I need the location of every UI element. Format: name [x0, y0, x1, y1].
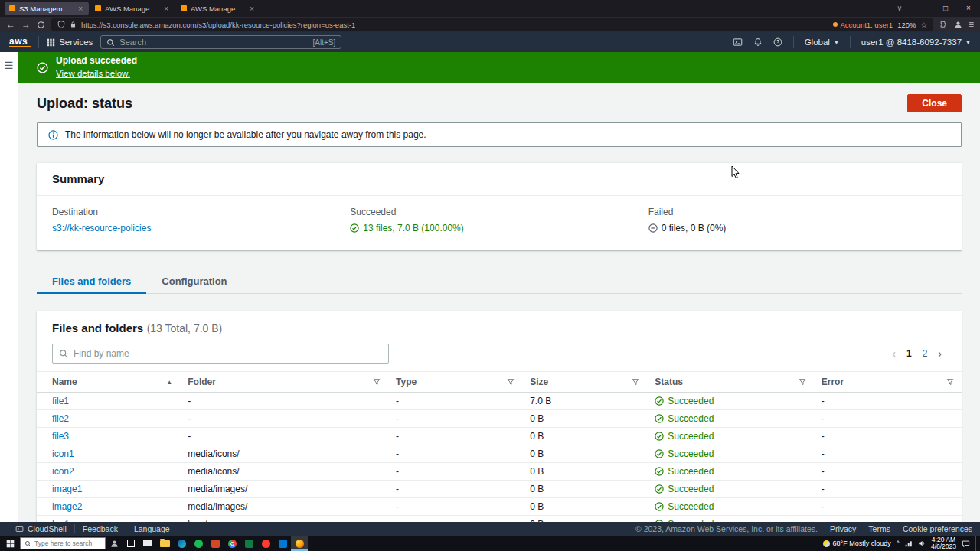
- page-1-button[interactable]: 1: [902, 347, 916, 360]
- profile-icon[interactable]: [954, 21, 962, 29]
- start-button[interactable]: [0, 536, 20, 551]
- aws-logo[interactable]: aws: [9, 37, 31, 47]
- file-name-link[interactable]: file2: [52, 413, 69, 424]
- page-2-button[interactable]: 2: [918, 347, 933, 360]
- volume-icon[interactable]: [918, 540, 926, 547]
- column-header-type[interactable]: Type: [388, 372, 522, 393]
- green-app-icon[interactable]: [190, 536, 207, 551]
- tray-expand-icon[interactable]: ^: [897, 540, 900, 547]
- table-row[interactable]: icon1 media/icons/ - 0 B Succeeded -: [37, 445, 962, 463]
- firefox-browser-icon-active[interactable]: [291, 536, 308, 551]
- file-name-link[interactable]: image1: [52, 484, 82, 494]
- table-row[interactable]: log1 logs/ - 0 B Succeeded -: [37, 516, 962, 523]
- side-nav-toggle-icon[interactable]: ☰: [5, 60, 14, 71]
- size-cell: 0 B: [522, 410, 647, 428]
- find-by-name-search[interactable]: [52, 344, 389, 364]
- column-header-size[interactable]: Size: [522, 372, 647, 393]
- privacy-link[interactable]: Privacy: [830, 524, 856, 533]
- powerpoint-app-icon[interactable]: [207, 536, 224, 551]
- cloudshell-icon[interactable]: [733, 37, 743, 47]
- tab-configuration[interactable]: Configuration: [146, 270, 242, 294]
- taskbar-search-input[interactable]: [34, 540, 101, 547]
- edge-browser-icon[interactable]: [173, 536, 190, 551]
- browser-tab-aws-2[interactable]: AWS Management Console ×: [176, 2, 260, 15]
- zoom-level-badge[interactable]: 120%: [897, 21, 916, 29]
- bookmark-star-icon[interactable]: ☆: [920, 21, 927, 29]
- cloudshell-footer-button[interactable]: CloudShell: [8, 524, 75, 533]
- region-selector[interactable]: Global ▼: [805, 37, 839, 47]
- lock-icon[interactable]: [70, 21, 77, 28]
- file-name-link[interactable]: icon2: [52, 466, 74, 477]
- list-tabs-icon[interactable]: ∨: [888, 0, 911, 17]
- find-by-name-input[interactable]: [74, 348, 382, 359]
- file-explorer-icon[interactable]: [156, 536, 173, 551]
- language-button[interactable]: Language: [126, 524, 178, 533]
- file-name-link[interactable]: file1: [52, 396, 69, 406]
- terms-link[interactable]: Terms: [868, 524, 890, 533]
- shield-icon[interactable]: [57, 21, 65, 28]
- cookie-preferences-link[interactable]: Cookie preferences: [903, 524, 972, 533]
- close-button[interactable]: Close: [907, 94, 962, 112]
- action-center-icon[interactable]: [962, 540, 970, 548]
- file-name-link[interactable]: icon1: [52, 448, 74, 459]
- previous-page-icon[interactable]: ‹: [887, 347, 900, 360]
- column-header-name[interactable]: Name▲: [37, 372, 180, 393]
- mail-app-icon[interactable]: [139, 536, 156, 551]
- table-row[interactable]: image2 media/images/ - 0 B Succeeded -: [37, 498, 962, 516]
- account-menu[interactable]: user1 @ 8418-6092-7337 ▼: [861, 37, 971, 47]
- table-row[interactable]: image1 media/images/ - 0 B Succeeded -: [37, 481, 962, 498]
- tab-close-icon[interactable]: ×: [248, 5, 256, 13]
- feedback-button[interactable]: Feedback: [75, 524, 126, 533]
- table-row[interactable]: file1 - - 7.0 B Succeeded -: [37, 393, 962, 410]
- filter-icon[interactable]: [507, 378, 514, 386]
- refresh-icon[interactable]: [37, 21, 45, 29]
- filter-icon[interactable]: [946, 378, 954, 386]
- filter-icon[interactable]: [373, 378, 381, 386]
- column-header-folder[interactable]: Folder: [180, 372, 388, 393]
- cortana-icon[interactable]: [106, 536, 122, 551]
- sort-ascending-icon[interactable]: ▲: [166, 379, 172, 386]
- extensions-icon[interactable]: [939, 21, 948, 29]
- tab-close-icon[interactable]: ×: [77, 5, 84, 13]
- files-panel-title: Files and folders: [52, 321, 143, 334]
- tab-files-and-folders[interactable]: Files and folders: [37, 270, 146, 294]
- file-name-link[interactable]: image2: [52, 501, 82, 512]
- console-search-input[interactable]: [119, 37, 308, 47]
- window-maximize-button[interactable]: □: [934, 0, 957, 17]
- column-header-status[interactable]: Status: [647, 372, 813, 393]
- filter-icon[interactable]: [632, 378, 639, 386]
- browser-menu-icon[interactable]: ≡: [969, 20, 974, 29]
- forward-icon[interactable]: →: [21, 20, 31, 29]
- table-row[interactable]: icon2 media/icons/ - 0 B Succeeded -: [37, 463, 962, 481]
- show-desktop-button[interactable]: [975, 536, 978, 551]
- filter-icon[interactable]: [799, 378, 806, 386]
- view-details-link[interactable]: View details below.: [56, 69, 130, 78]
- services-menu[interactable]: Services: [47, 37, 93, 47]
- weather-widget[interactable]: 68°F Mostly cloudy: [823, 540, 891, 547]
- excel-app-icon[interactable]: [240, 536, 257, 551]
- chrome-browser-icon[interactable]: [224, 536, 240, 551]
- table-row[interactable]: file2 - - 0 B Succeeded -: [37, 410, 962, 428]
- console-search[interactable]: [Alt+S]: [100, 35, 341, 49]
- next-page-icon[interactable]: ›: [933, 347, 946, 360]
- aws-favicon: [181, 5, 187, 11]
- window-minimize-button[interactable]: −: [911, 0, 934, 17]
- notifications-bell-icon[interactable]: [753, 37, 763, 47]
- task-view-icon[interactable]: [122, 536, 139, 551]
- tab-close-icon[interactable]: ×: [162, 5, 170, 13]
- window-close-button[interactable]: ×: [957, 0, 980, 17]
- network-icon[interactable]: [905, 540, 913, 547]
- file-name-link[interactable]: file3: [52, 431, 69, 442]
- table-row[interactable]: file3 - - 0 B Succeeded -: [37, 428, 962, 445]
- help-icon[interactable]: [773, 37, 782, 47]
- opera-app-icon[interactable]: [257, 536, 274, 551]
- code-app-icon[interactable]: [274, 536, 291, 551]
- address-bar[interactable]: https://s3.console.aws.amazon.com/s3/upl…: [51, 18, 933, 31]
- destination-bucket-link[interactable]: s3://kk-resource-policies: [52, 223, 350, 233]
- browser-tab-aws-1[interactable]: AWS Management Console ×: [90, 2, 175, 15]
- back-icon[interactable]: ←: [6, 20, 15, 29]
- taskbar-clock[interactable]: 4:20 AM 4/6/2023: [931, 536, 956, 551]
- column-header-error[interactable]: Error: [814, 372, 962, 393]
- taskbar-search[interactable]: [20, 537, 106, 549]
- browser-tab-s3[interactable]: S3 Management Console ×: [5, 2, 89, 15]
